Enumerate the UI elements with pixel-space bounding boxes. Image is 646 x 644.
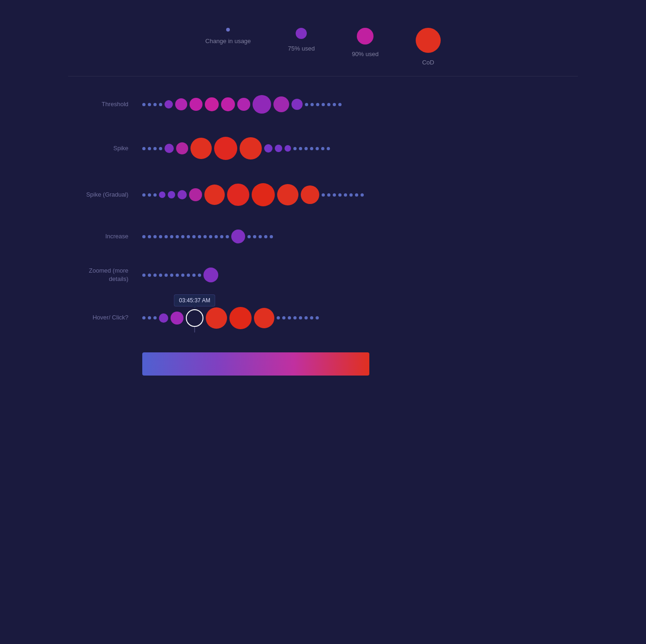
dot — [221, 97, 235, 111]
dot — [277, 184, 298, 205]
row-label-spike-gradual: Spike (Gradual) — [68, 191, 142, 199]
dot — [204, 185, 225, 205]
dot — [305, 103, 308, 106]
dot — [264, 144, 272, 153]
dot — [153, 147, 157, 150]
dot — [198, 235, 201, 238]
legend-label-90pct: 90% used — [352, 50, 379, 58]
dot — [148, 193, 151, 197]
chart-row-spike-gradual: Spike (Gradual) — [68, 183, 578, 206]
tooltip-container[interactable]: 03:45:37 AM — [186, 309, 203, 327]
dot — [264, 235, 267, 238]
dot — [181, 274, 184, 277]
dot — [327, 147, 330, 150]
dot — [189, 188, 202, 201]
dot — [175, 98, 187, 110]
dot — [203, 268, 218, 282]
dot — [176, 274, 179, 277]
dot — [316, 147, 319, 150]
dot — [252, 183, 275, 206]
dot — [206, 307, 227, 329]
dot-row-increase — [142, 230, 578, 243]
legend-circle-90pct — [357, 28, 374, 45]
chart-row-zoomed: Zoomed (more details) — [68, 267, 578, 283]
dot — [148, 316, 151, 319]
legend-item-75pct: 75% used — [288, 28, 315, 53]
dot — [237, 98, 250, 111]
dot-hover[interactable] — [186, 309, 203, 327]
dot — [153, 316, 157, 319]
dot — [215, 235, 218, 238]
dot — [192, 235, 196, 238]
dot — [190, 98, 203, 111]
dot — [293, 147, 297, 150]
row-label-increase: Increase — [68, 232, 142, 241]
dot — [187, 235, 190, 238]
dot — [159, 191, 165, 198]
dot — [349, 193, 353, 197]
page-container: Change in usage75% used90% usedCoD Thres… — [68, 0, 578, 376]
dot — [226, 235, 229, 238]
dot — [148, 103, 151, 106]
legend-item-cod: CoD — [416, 28, 441, 67]
dot — [253, 95, 271, 114]
dot — [273, 96, 289, 112]
dot — [159, 274, 162, 277]
dot — [253, 235, 256, 238]
dot — [304, 147, 308, 150]
dot — [327, 103, 330, 106]
dot — [170, 235, 173, 238]
dot — [310, 316, 313, 319]
dot — [142, 103, 146, 106]
dot — [159, 313, 168, 323]
dot — [231, 230, 245, 243]
row-label-threshold: Threshold — [68, 100, 142, 108]
dot — [275, 145, 282, 152]
legend-label-75pct: 75% used — [288, 45, 315, 53]
legend-circle-change — [226, 28, 230, 32]
dot — [181, 235, 184, 238]
dot — [203, 235, 207, 238]
dot — [142, 147, 146, 150]
dot — [171, 312, 184, 325]
dot — [254, 308, 274, 328]
tooltip-line — [195, 327, 195, 332]
dot-row-hover: 03:45:37 AM — [142, 307, 578, 329]
dot — [322, 103, 325, 106]
dot — [159, 147, 162, 150]
dot — [214, 137, 237, 160]
dot — [142, 274, 146, 277]
chart-row-hover: Hover/ Click?03:45:37 AM — [68, 307, 578, 329]
dot — [192, 274, 196, 277]
gradient-bar — [142, 352, 369, 376]
dot — [338, 193, 342, 197]
dot — [190, 138, 212, 159]
legend-label-cod: CoD — [422, 58, 434, 67]
chart-rows: ThresholdSpikeSpike (Gradual)IncreaseZoo… — [68, 95, 578, 329]
dot — [301, 185, 319, 204]
dot — [148, 274, 151, 277]
dot — [299, 316, 302, 319]
dot — [282, 316, 285, 319]
dot — [220, 235, 223, 238]
dot — [321, 147, 324, 150]
dot — [291, 99, 303, 110]
dot — [304, 316, 308, 319]
row-label-spike: Spike — [68, 144, 142, 153]
dot — [344, 193, 347, 197]
dot — [333, 193, 336, 197]
chart-row-spike: Spike — [68, 137, 578, 160]
dot — [187, 274, 190, 277]
row-label-hover: Hover/ Click? — [68, 313, 142, 322]
dot — [285, 145, 291, 152]
legend-circle-cod — [416, 28, 441, 53]
dot — [198, 274, 201, 277]
dot — [277, 316, 280, 319]
row-label-zoomed: Zoomed (more details) — [68, 267, 142, 283]
dot — [361, 193, 364, 197]
dot — [168, 191, 175, 198]
dot — [259, 235, 262, 238]
dot-row-spike-gradual — [142, 183, 578, 206]
dot — [322, 193, 325, 197]
dot — [338, 103, 342, 106]
